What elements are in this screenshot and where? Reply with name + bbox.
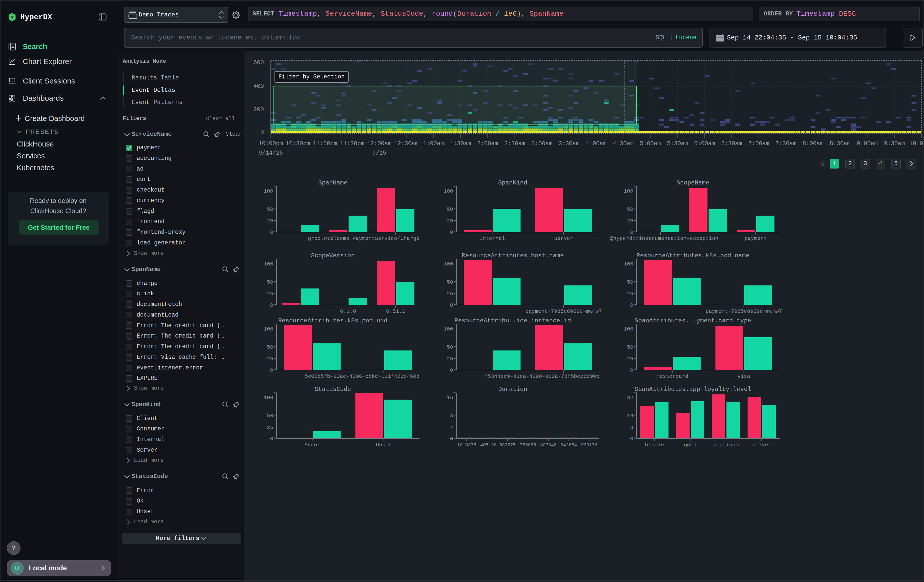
svg-text:100: 100 [624, 188, 633, 194]
svg-text:1019375: 1019375 [457, 443, 476, 448]
svg-text:Duration: Duration [498, 386, 527, 393]
svg-text:0: 0 [630, 302, 633, 308]
svg-text:8: 8 [630, 425, 633, 430]
svg-text:25: 25 [267, 291, 273, 297]
svg-text:Internal: Internal [479, 236, 505, 241]
svg-text:0: 0 [270, 229, 273, 235]
svg-text:0: 0 [450, 436, 453, 442]
svg-text:16: 16 [627, 413, 633, 419]
svg-text:25: 25 [447, 218, 453, 224]
svg-text:807648: 807648 [540, 443, 556, 448]
svg-text:100: 100 [264, 261, 273, 267]
svg-text:50: 50 [267, 206, 273, 212]
svg-text:ResourceAttributes.k8s.pod.uid: ResourceAttributes.k8s.pod.uid [278, 317, 387, 324]
svg-text:0: 0 [270, 302, 273, 308]
svg-text:25: 25 [447, 356, 453, 362]
svg-text:4: 4 [450, 425, 453, 430]
svg-text:mastercard: mastercard [656, 374, 688, 379]
svg-text:16: 16 [447, 394, 453, 400]
svg-text:842654: 842654 [560, 443, 577, 448]
svg-text:silver: silver [752, 442, 771, 448]
svg-text:999176: 999176 [581, 443, 597, 448]
svg-text:50: 50 [447, 279, 453, 285]
svg-text:Error: Error [304, 442, 320, 448]
svg-text:f5344ec9-a1ea-4290-a62a-78f5be: f5344ec9-a1ea-4290-a62a-78f5bee8d90b [485, 374, 599, 379]
svg-text:0: 0 [630, 368, 633, 373]
svg-text:0: 0 [630, 436, 633, 442]
svg-text:ResourceAttribu..ice.instance.: ResourceAttribu..ice.instance.id [454, 317, 571, 324]
svg-text:5e02b5fb-13ae-4296-bbbc-111f42: 5e02b5fb-13ae-4296-bbbc-111f423c460d [305, 374, 419, 379]
svg-text:Unset: Unset [376, 442, 392, 448]
svg-text:50: 50 [267, 413, 273, 419]
svg-text:ResourceAttributes.k8s.pod.nam: ResourceAttributes.k8s.pod.name [636, 252, 749, 259]
svg-text:0: 0 [630, 229, 633, 235]
svg-text:8: 8 [450, 413, 453, 419]
svg-text:0: 0 [450, 368, 453, 373]
svg-text:583275: 583275 [499, 443, 516, 448]
svg-text:50: 50 [267, 345, 273, 350]
svg-text:SpanAttributes...yment.card_ty: SpanAttributes...yment.card_type [635, 317, 751, 324]
svg-text:SpanKind: SpanKind [498, 180, 527, 186]
svg-text:@hyperdx/instrumentation-excep: @hyperdx/instrumentation-exception [610, 236, 718, 241]
svg-text:32: 32 [627, 394, 633, 400]
svg-text:0: 0 [270, 436, 273, 442]
svg-text:50: 50 [447, 206, 453, 212]
svg-text:0: 0 [450, 302, 453, 308]
svg-text:759085: 759085 [520, 443, 536, 448]
svg-text:25: 25 [627, 356, 633, 362]
svg-text:100: 100 [264, 188, 273, 194]
svg-text:gold: gold [684, 442, 696, 448]
svg-text:visa: visa [737, 374, 750, 379]
svg-text:25: 25 [447, 291, 453, 297]
svg-text:ResourceAttributes.host.name: ResourceAttributes.host.name [462, 252, 564, 259]
svg-text:1405128: 1405128 [477, 443, 497, 448]
svg-text:100: 100 [444, 326, 453, 332]
svg-text:100: 100 [624, 261, 633, 267]
svg-text:100: 100 [444, 188, 453, 194]
svg-text:grpc.oteldemo.PaymentService/C: grpc.oteldemo.PaymentService/Charge [308, 236, 419, 241]
svg-text:SpanAttributes.app.loyalty.lev: SpanAttributes.app.loyalty.level [635, 386, 751, 393]
svg-text:100: 100 [444, 261, 453, 267]
svg-text:25: 25 [267, 425, 273, 430]
svg-text:25: 25 [627, 218, 633, 224]
svg-text:100: 100 [264, 394, 273, 400]
svg-text:50: 50 [627, 345, 633, 350]
svg-text:25: 25 [627, 291, 633, 297]
svg-text:platinum: platinum [713, 442, 739, 448]
svg-text:payment: payment [745, 236, 767, 241]
svg-text:100: 100 [264, 326, 273, 332]
svg-text:50: 50 [267, 279, 273, 285]
svg-text:50: 50 [627, 279, 633, 285]
svg-text:0: 0 [450, 229, 453, 235]
svg-text:50: 50 [627, 206, 633, 212]
svg-text:StatusCode: StatusCode [315, 386, 351, 393]
svg-text:ScopeName: ScopeName [676, 180, 710, 186]
svg-text:Server: Server [554, 236, 573, 241]
svg-text:25: 25 [267, 218, 273, 224]
svg-text:50: 50 [447, 345, 453, 350]
svg-text:25: 25 [267, 356, 273, 362]
svg-text:ScopeVersion: ScopeVersion [311, 252, 355, 259]
svg-text:SpanName: SpanName [318, 180, 347, 186]
svg-text:100: 100 [624, 326, 633, 332]
svg-text:0: 0 [270, 368, 273, 373]
svg-text:bronze: bronze [645, 442, 664, 448]
